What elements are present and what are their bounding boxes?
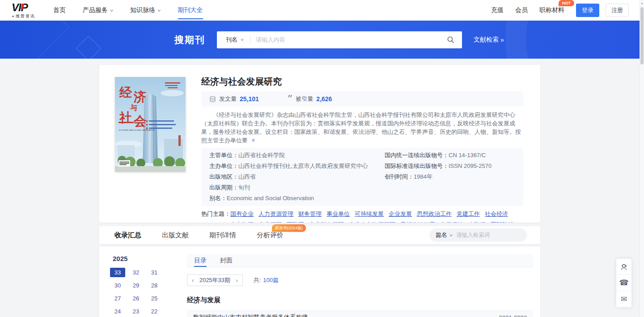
issue-number[interactable]: 24: [110, 307, 125, 316]
phone-contact-button[interactable]: ☎: [616, 275, 631, 291]
expand-description-icon[interactable]: «: [249, 139, 257, 142]
top-link[interactable]: 职称材料 HOT: [539, 6, 564, 14]
issue-number[interactable]: 28: [147, 281, 162, 290]
top-link-label: 会员: [515, 6, 528, 13]
topic-link[interactable]: 企业人力资源管理: [349, 220, 395, 223]
section-tab[interactable]: 收录汇总: [114, 231, 141, 240]
document-search-link[interactable]: 文献检索 »: [474, 36, 504, 44]
topic-link[interactable]: 高职院校: [491, 220, 514, 223]
topic-link[interactable]: 财务管理: [298, 210, 322, 218]
top-link[interactable]: 充值: [491, 6, 504, 14]
previous-issue-button[interactable]: ‹: [192, 277, 194, 283]
article-search-field-label: 篇名: [436, 231, 447, 239]
issue-number[interactable]: 26: [128, 294, 144, 303]
article-row: 数智赋能中山市农村智慧养老服务体系构建 0001-0003: [187, 310, 533, 317]
article-search-input[interactable]: [453, 232, 532, 238]
nav-item-label: 知识脉络: [130, 6, 155, 14]
register-button[interactable]: 注册: [606, 4, 629, 17]
info-value: 山西社会科学报刊社,太原市人民政府发展研究中心: [238, 162, 368, 171]
nav-item[interactable]: 产品服务 ∨: [83, 0, 113, 21]
search-field-selector[interactable]: 刊名 ∨: [217, 36, 250, 44]
issue-number[interactable]: 29: [128, 281, 144, 290]
topic-link[interactable]: 人力资源管理: [258, 210, 293, 218]
journal-content-card: 收录汇总 出版文献 期刊详情 分析评价 新发布(2024版) 篇名: [99, 226, 540, 317]
topic-link[interactable]: 互联网: [287, 220, 304, 223]
nav-item[interactable]: 知识脉络 ∨: [130, 0, 161, 21]
issue-number[interactable]: 27: [110, 294, 125, 303]
nav-item[interactable]: 首页: [53, 0, 66, 21]
issue-number[interactable]: 31: [147, 268, 162, 277]
scrollbar-thumb[interactable]: [640, 7, 644, 64]
top-navigation-bar: VIP ▼ 维普资讯 首页 产品服务 ∨ 知识脉络 ∨ 期刊大全: [0, 0, 644, 21]
section-tab-bar: 收录汇总 出版文献 期刊详情 分析评价 新发布(2024版) 篇名: [99, 226, 540, 244]
toc-tab[interactable]: 封面: [220, 254, 233, 267]
journal-detail-card: 经 济 与 社 会 ECONOMIC AND SOCIAL OBSERVATIO…: [99, 65, 540, 223]
article-pages: 0001-0003: [499, 314, 527, 317]
customer-service-button[interactable]: [616, 259, 631, 275]
topic-link[interactable]: 企业发展: [389, 210, 412, 218]
topic-link[interactable]: 人力资源: [230, 220, 254, 223]
quote-icon: ”: [288, 96, 293, 102]
issue-number[interactable]: 30: [110, 281, 125, 290]
topic-link[interactable]: 思想政治工作: [417, 210, 452, 218]
topic-link[interactable]: 事业单位: [326, 210, 350, 218]
topic-link[interactable]: 社会经济: [485, 210, 508, 218]
info-label: 主办单位：: [209, 162, 238, 171]
article-search-field-selector[interactable]: 篇名 ∨: [436, 231, 453, 239]
journal-info-panel: 主管单位： 山西省社会科学院 主办单位： 山西社会科学报刊社,太原市人民政府发展…: [201, 148, 523, 206]
nav-item[interactable]: 期刊大全: [178, 0, 203, 21]
hot-topics-label: 热门主题：: [201, 210, 230, 223]
section-tab[interactable]: 分析评价 新发布(2024版): [257, 231, 284, 240]
journal-description: 《经济与社会发展研究》杂志由山西省社会科学院主管，山西社会科学报刊社有限公司和太…: [201, 111, 523, 145]
stat-value: 25,101: [240, 95, 259, 103]
topic-link[interactable]: 企业管理: [258, 220, 282, 223]
info-row: 出版地区： 山西省: [209, 171, 385, 182]
topic-link[interactable]: 市场经济: [440, 220, 463, 223]
section-tab[interactable]: 出版文献: [162, 231, 189, 240]
issue-number[interactable]: 23: [128, 307, 144, 316]
article-title-link[interactable]: 数智赋能中山市农村智慧养老服务体系构建: [193, 313, 308, 317]
topic-link[interactable]: 企业财务管理: [309, 220, 344, 223]
journal-search-input[interactable]: [250, 36, 439, 43]
banner-decoration: [505, 21, 644, 59]
svg-text:经: 经: [119, 85, 132, 100]
next-issue-button[interactable]: ›: [236, 277, 238, 283]
section-tab-label: 收录汇总: [114, 231, 141, 239]
nav-item-label: 首页: [53, 6, 66, 14]
chevron-down-icon: ∨: [240, 38, 245, 42]
topic-link[interactable]: 可持续发展: [355, 210, 384, 218]
login-button[interactable]: 登录: [576, 4, 599, 17]
topic-link[interactable]: 思想政治教育: [400, 220, 435, 223]
info-row: 国内统一连续出版物号： CN 14-1367/C: [385, 150, 515, 161]
svg-text:济: 济: [133, 90, 146, 104]
issue-number[interactable]: 32: [128, 268, 144, 277]
chevron-down-icon: ∨: [109, 9, 114, 13]
total-value: 100篇: [263, 276, 279, 284]
info-value: CN 14-1367/C: [449, 151, 486, 160]
issue-year: 2025: [113, 255, 181, 262]
topic-link[interactable]: 党建工作: [457, 210, 480, 218]
vip-logo[interactable]: VIP ▼ 维普资讯: [12, 2, 35, 18]
top-link[interactable]: 会员: [515, 6, 528, 14]
section-tab[interactable]: 期刊详情: [209, 231, 236, 240]
topic-link[interactable]: 国有企业: [230, 210, 254, 218]
issue-number[interactable]: 33: [110, 268, 125, 277]
toc-tabs: 目录封面: [187, 254, 533, 267]
nav-item-label: 产品服务: [83, 6, 108, 14]
info-row: 别名： Economic and Social Observation: [209, 193, 385, 204]
info-row: 创刊时间： 1984年: [385, 171, 515, 182]
info-label: 创刊时间：: [385, 172, 414, 181]
issue-number[interactable]: 25: [147, 294, 162, 303]
issue-number[interactable]: 22: [147, 307, 162, 316]
document-search-label: 文献检索: [474, 36, 499, 44]
scroll-up-icon[interactable]: ▲: [640, 0, 644, 4]
top-link-label: 充值: [491, 6, 504, 13]
new-version-badge: 新发布(2024版): [272, 224, 306, 232]
email-contact-button[interactable]: ✉: [616, 291, 631, 307]
page-scrollbar[interactable]: ▲: [640, 0, 644, 317]
toc-tab[interactable]: 目录: [194, 254, 207, 267]
main-nav: 首页 产品服务 ∨ 知识脉络 ∨ 期刊大全: [53, 0, 203, 21]
topic-link[interactable]: 大数据: [468, 220, 486, 223]
double-arrow-right-icon: »: [500, 36, 504, 43]
search-button[interactable]: [439, 31, 462, 48]
